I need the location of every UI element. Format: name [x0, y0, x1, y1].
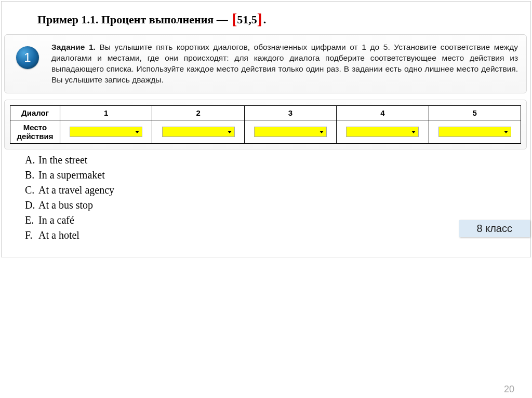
option-f: F.At a hotel [25, 228, 114, 243]
dropdown-3[interactable] [254, 127, 327, 137]
option-b: B.In a supermaket [25, 168, 114, 183]
chevron-down-icon [134, 128, 141, 135]
option-a: A.In the street [25, 153, 114, 168]
option-c: C.At a travel agency [25, 183, 114, 198]
answer-table: Диалог 1 2 3 4 5 Место действия [10, 105, 521, 144]
answer-block: Диалог 1 2 3 4 5 Место действия [4, 100, 527, 149]
chevron-down-icon [318, 128, 325, 135]
dropdown-2[interactable] [162, 127, 235, 137]
percent-value: 51,5 [237, 13, 257, 26]
task-body: Вы услышите пять коротких диалогов, обоз… [51, 43, 518, 84]
task-lead: Задание 1. [51, 43, 96, 51]
dropdown-4[interactable] [346, 127, 419, 137]
page-title: Пример 1.1. Процент выполнения — [51,5] … [37, 9, 266, 27]
col-2: 2 [152, 106, 244, 120]
highlighted-value: [51,5] [231, 9, 263, 27]
dropdown-1[interactable] [70, 127, 142, 137]
task-number-badge: 1 [16, 46, 39, 69]
col-4: 4 [337, 106, 429, 120]
row-dialog-label: Диалог [10, 106, 60, 120]
options-list: A.In the street B.In a supermaket C.At a… [25, 153, 114, 243]
col-3: 3 [244, 106, 336, 120]
task-panel: 1 Задание 1. Вы услышите пять коротких д… [4, 34, 527, 93]
chevron-down-icon [502, 128, 510, 135]
page-number: 20 [504, 384, 514, 395]
chevron-down-icon [226, 128, 233, 135]
row-place-label: Место действия [10, 120, 60, 144]
option-e: E.In a café [25, 213, 114, 228]
bracket-right: ] [257, 10, 262, 28]
title-suffix: . [263, 13, 267, 26]
dropdown-5[interactable] [438, 127, 511, 137]
col-5: 5 [429, 106, 521, 120]
chevron-down-icon [410, 128, 417, 135]
col-1: 1 [60, 106, 152, 120]
bracket-left: [ [232, 10, 237, 28]
grade-tag: 8 класс [459, 220, 530, 237]
task-text: Задание 1. Вы услышите пять коротких диа… [51, 42, 518, 86]
option-d: D.At a bus stop [25, 198, 114, 213]
title-prefix: Пример 1.1. Процент выполнения — [37, 13, 231, 26]
